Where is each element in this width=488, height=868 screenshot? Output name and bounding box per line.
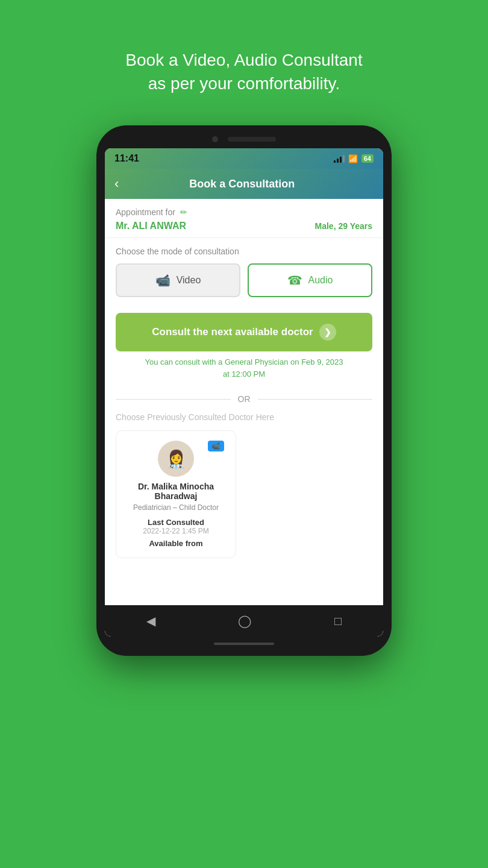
- mode-buttons: 📹 Video ☎ Audio: [116, 263, 372, 297]
- nav-back-icon[interactable]: ◀: [146, 614, 155, 628]
- doctor-card[interactable]: 👩‍⚕️ 📹 Dr. Malika Minocha Bharadwaj Pedi…: [116, 430, 236, 558]
- status-bar: 11:41 📶 64: [105, 148, 383, 169]
- speaker: [228, 137, 276, 142]
- consult-next-doctor-button[interactable]: Consult the next available doctor ❯: [116, 313, 372, 351]
- status-icons: 📶 64: [334, 154, 374, 163]
- prev-section-label: Choose Previously Consulted Doctor Here: [116, 412, 372, 422]
- patient-name: Mr. ALI ANWAR: [116, 221, 186, 231]
- status-time: 11:41: [114, 153, 139, 164]
- video-icon: 📹: [155, 273, 170, 288]
- page-headline: Book a Video, Audio Consultant as per yo…: [89, 48, 398, 95]
- battery-indicator: 64: [361, 154, 374, 163]
- doctor-avatar: 👩‍⚕️: [158, 441, 194, 477]
- previously-consulted-section: Choose Previously Consulted Doctor Here …: [105, 412, 383, 567]
- arrow-right-icon: ❯: [319, 324, 336, 341]
- appointment-for-label: Appointment for: [116, 207, 175, 217]
- availability-text: You can consult with a General Physician…: [116, 356, 372, 380]
- audio-mode-button[interactable]: ☎ Audio: [248, 263, 372, 297]
- appointment-section: Appointment for ✏ Mr. ALI ANWAR Male, 29…: [105, 199, 383, 238]
- patient-info-row: Mr. ALI ANWAR Male, 29 Years: [116, 221, 372, 231]
- phone-mockup: 11:41 📶 64 ‹ Book a Consultation: [96, 125, 392, 656]
- edit-icon[interactable]: ✏: [180, 207, 187, 217]
- or-divider: OR: [105, 386, 383, 412]
- wifi-icon: 📶: [348, 154, 358, 163]
- home-indicator: [214, 643, 274, 645]
- signal-icon: [334, 154, 345, 163]
- video-label: Video: [177, 275, 201, 286]
- nav-recents-icon[interactable]: □: [334, 614, 342, 628]
- nav-home-icon[interactable]: ◯: [238, 614, 251, 628]
- divider-left: [116, 399, 231, 400]
- avatar-image: 👩‍⚕️: [166, 449, 187, 469]
- audio-label: Audio: [308, 275, 333, 286]
- mode-label: Choose the mode of consultation: [116, 247, 372, 256]
- header-title: Book a Consultation: [128, 178, 355, 190]
- mode-section: Choose the mode of consultation 📹 Video …: [105, 238, 383, 313]
- patient-info: Male, 29 Years: [315, 221, 372, 231]
- camera: [212, 136, 218, 142]
- divider-right: [258, 399, 373, 400]
- content-area: Appointment for ✏ Mr. ALI ANWAR Male, 29…: [105, 199, 383, 605]
- doctor-name: Dr. Malika Minocha Bharadwaj: [138, 482, 214, 501]
- available-from-label: Available from: [149, 539, 202, 548]
- doctor-specialty: Pediatrician – Child Doctor: [133, 503, 219, 512]
- phone-screen: 11:41 📶 64 ‹ Book a Consultation: [105, 148, 383, 637]
- phone-icon: ☎: [287, 273, 302, 288]
- doctor-avatar-wrapper: 👩‍⚕️ 📹: [158, 441, 194, 477]
- back-button[interactable]: ‹: [114, 176, 119, 192]
- appointment-for-row: Appointment for ✏: [116, 207, 372, 217]
- app-header: ‹ Book a Consultation: [105, 169, 383, 199]
- last-consulted-date: 2022-12-22 1:45 PM: [143, 527, 208, 535]
- or-text: OR: [238, 394, 251, 404]
- cta-section: Consult the next available doctor ❯ You …: [105, 313, 383, 386]
- last-consulted-label: Last Consulted: [148, 518, 204, 527]
- navigation-bar: ◀ ◯ □: [105, 605, 383, 637]
- video-mode-button[interactable]: 📹 Video: [116, 263, 240, 297]
- phone-bottom-bar: [105, 643, 383, 645]
- video-consultation-badge: 📹: [208, 441, 224, 451]
- consult-btn-label: Consult the next available doctor: [152, 326, 313, 338]
